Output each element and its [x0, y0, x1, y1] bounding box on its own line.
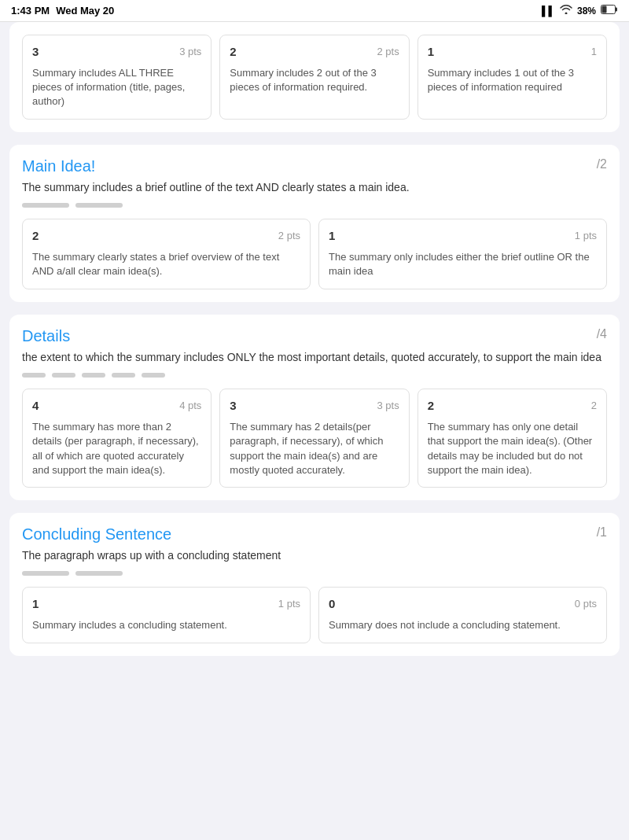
rubric-number-0-1: 1 [329, 229, 335, 242]
top-section-partial: 3 3 pts Summary includes ALL THREE piece… [9, 22, 620, 132]
rubric-pts-0-1: 1 pts [575, 230, 597, 241]
progress-seg-1-0 [22, 373, 46, 378]
rubric-pts-2-0: 1 pts [278, 598, 300, 610]
rubric-cell-1[interactable]: 1 1 Summary includes 1 out of the 3 piec… [417, 35, 607, 120]
battery-icon [601, 5, 618, 17]
rubric-cell-2[interactable]: 2 2 pts Summary includes 2 out of the 3 … [219, 35, 409, 120]
rubric-text-0-0: The summary clearly states a brief overv… [32, 250, 300, 278]
status-bar: 1:43 PM Wed May 20 ▌▌ 38% [0, 0, 629, 22]
rubric-cell-3[interactable]: 3 3 pts Summary includes ALL THREE piece… [22, 35, 212, 120]
rubric-text-1-0: The summary has more than 2 details (per… [32, 420, 201, 477]
signal-icon: ▌▌ [542, 6, 555, 17]
progress-seg-0-0 [22, 203, 69, 208]
rubric-number-1-2: 2 [428, 399, 434, 412]
sections-container: Main Idea!/2The summary includes a brief… [9, 145, 620, 656]
rubric-number-2-1: 0 [329, 597, 335, 610]
status-left: 1:43 PM Wed May 20 [11, 5, 114, 17]
rubric-2-pts: 2 pts [377, 46, 399, 57]
rubric-grid-1: 44 ptsThe summary has more than 2 detail… [22, 389, 607, 488]
progress-seg-0-1 [75, 203, 123, 208]
section-header-1: Details/4 [22, 327, 607, 345]
progress-bar-row-1 [22, 373, 607, 378]
top-rubric-grid: 3 3 pts Summary includes ALL THREE piece… [22, 35, 607, 120]
section-score-1: /4 [597, 327, 607, 341]
rubric-3-pts: 3 pts [179, 46, 201, 57]
section-card-1: Details/4the extent to which the summary… [9, 315, 620, 500]
section-card-0: Main Idea!/2The summary includes a brief… [9, 145, 620, 302]
progress-seg-1-1 [52, 373, 75, 378]
progress-seg-1-4 [142, 373, 165, 378]
rubric-1-text: Summary includes 1 out of the 3 pieces o… [428, 66, 597, 94]
rubric-pts-1-2: 2 [591, 400, 597, 411]
rubric-text-2-0: Summary includes a concluding statement. [32, 618, 300, 632]
section-title-0: Main Idea! [22, 157, 95, 175]
section-description-0: The summary includes a brief outline of … [22, 180, 607, 196]
main-content: 3 3 pts Summary includes ALL THREE piece… [0, 22, 629, 684]
rubric-cell-2-header: 2 2 pts [230, 45, 399, 58]
section-score-2: /1 [597, 525, 607, 540]
status-right: ▌▌ 38% [542, 5, 618, 17]
section-description-1: the extent to which the summary includes… [22, 350, 607, 366]
rubric-number-0-0: 2 [32, 229, 39, 242]
rubric-cell-2-1[interactable]: 00 ptsSummary does not include a conclud… [318, 587, 607, 643]
section-header-0: Main Idea!/2 [22, 157, 607, 175]
rubric-1-pts: 1 [591, 46, 597, 57]
status-day: Wed May 20 [56, 5, 114, 17]
rubric-pts-1-0: 4 pts [179, 400, 201, 411]
rubric-cell-3-header: 3 3 pts [32, 45, 201, 58]
rubric-pts-2-1: 0 pts [575, 598, 597, 610]
rubric-cell-header-2-0: 11 pts [32, 597, 300, 610]
rubric-cell-1-header: 1 1 [428, 45, 597, 58]
rubric-text-2-1: Summary does not include a concluding st… [329, 618, 597, 632]
progress-seg-2-0 [22, 571, 69, 576]
section-description-2: The paragraph wraps up with a concluding… [22, 548, 607, 564]
rubric-number-2-0: 1 [32, 597, 39, 610]
rubric-cell-header-0-0: 22 pts [32, 229, 300, 242]
status-time: 1:43 PM [11, 5, 50, 17]
rubric-3-number: 3 [32, 45, 39, 58]
battery-text: 38% [577, 6, 596, 17]
rubric-number-1-0: 4 [32, 399, 39, 412]
rubric-cell-header-0-1: 11 pts [329, 229, 597, 242]
rubric-2-number: 2 [230, 45, 236, 58]
rubric-pts-0-0: 2 pts [278, 230, 300, 241]
rubric-cell-header-1-1: 33 pts [230, 399, 399, 412]
rubric-cell-header-2-1: 00 pts [329, 597, 597, 610]
rubric-grid-0: 22 ptsThe summary clearly states a brief… [22, 219, 607, 289]
rubric-cell-1-2[interactable]: 22The summary has only one detail that s… [417, 389, 607, 488]
section-title-1: Details [22, 327, 70, 345]
section-card-2: Concluding Sentence/1The paragraph wraps… [9, 513, 620, 656]
progress-seg-2-1 [75, 571, 123, 576]
rubric-text-0-1: The summary only includes either the bri… [329, 250, 597, 278]
section-header-2: Concluding Sentence/1 [22, 525, 607, 543]
rubric-text-1-2: The summary has only one detail that sup… [428, 420, 597, 477]
rubric-cell-1-1[interactable]: 33 ptsThe summary has 2 details(per para… [219, 389, 409, 488]
rubric-cell-1-0[interactable]: 44 ptsThe summary has more than 2 detail… [22, 389, 212, 488]
rubric-cell-header-1-2: 22 [428, 399, 597, 412]
svg-rect-1 [616, 8, 618, 12]
rubric-cell-2-0[interactable]: 11 ptsSummary includes a concluding stat… [22, 587, 311, 643]
svg-rect-2 [602, 6, 607, 13]
rubric-1-number: 1 [428, 45, 434, 58]
rubric-text-1-1: The summary has 2 details(per paragraph,… [230, 420, 399, 477]
section-title-2: Concluding Sentence [22, 525, 171, 543]
progress-bar-row-0 [22, 203, 607, 208]
progress-seg-1-3 [112, 373, 135, 378]
rubric-cell-0-1[interactable]: 11 ptsThe summary only includes either t… [318, 219, 607, 289]
rubric-2-text: Summary includes 2 out of the 3 pieces o… [230, 66, 399, 94]
rubric-cell-header-1-0: 44 pts [32, 399, 201, 412]
rubric-grid-2: 11 ptsSummary includes a concluding stat… [22, 587, 607, 643]
progress-bar-row-2 [22, 571, 607, 576]
rubric-3-text: Summary includes ALL THREE pieces of inf… [32, 66, 201, 109]
wifi-icon [560, 5, 572, 17]
rubric-cell-0-0[interactable]: 22 ptsThe summary clearly states a brief… [22, 219, 311, 289]
rubric-number-1-1: 3 [230, 399, 236, 412]
progress-seg-1-2 [82, 373, 105, 378]
rubric-pts-1-1: 3 pts [377, 400, 399, 411]
section-score-0: /2 [597, 157, 607, 171]
